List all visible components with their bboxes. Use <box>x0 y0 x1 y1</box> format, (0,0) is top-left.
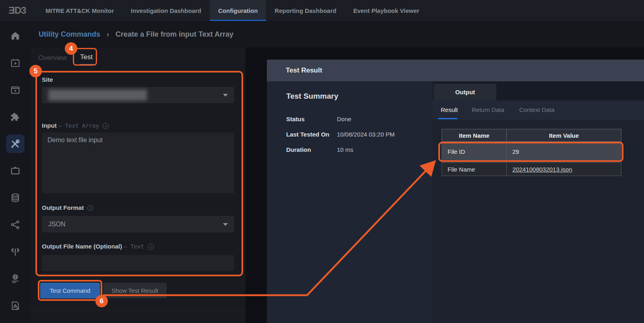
annotation-badge-6: 6 <box>95 295 108 307</box>
output-format-value: JSON <box>48 221 66 228</box>
col-item-value: Item Value <box>506 129 621 142</box>
input-type-hint: – Text Array <box>58 122 99 129</box>
nav-item-reporting-dashboard[interactable]: Reporting Dashboard <box>266 0 345 21</box>
subtab-result-underline <box>438 118 457 119</box>
connections-icon[interactable] <box>6 215 25 234</box>
tab-test[interactable]: Test <box>80 53 93 61</box>
incident-report-icon[interactable] <box>6 296 25 315</box>
d3-logo[interactable]: ƎD3 <box>0 0 37 21</box>
subtab-result[interactable]: Result <box>441 106 458 113</box>
test-result-panel: Test Result Test Summary Status Done Las… <box>267 60 644 323</box>
subtab-context-data[interactable]: Context Data <box>519 106 555 113</box>
summary-row-last-tested: Last Tested On 10/08/2024 03:20 PM <box>286 131 427 138</box>
breadcrumb-separator: › <box>107 30 109 39</box>
home-icon[interactable] <box>6 27 25 45</box>
site-label: Site <box>42 76 53 83</box>
output-format-label: Output Format i <box>42 204 93 211</box>
table-header-row: Item Name Item Value <box>442 129 622 142</box>
utility-tools-icon[interactable] <box>6 135 25 153</box>
command-test-panel: Overview Test Site Input – Text Array i … <box>30 48 246 323</box>
last-tested-value: 10/08/2024 03:20 PM <box>337 131 394 138</box>
nav-item-event-playbook-viewer[interactable]: Event Playbook Viewer <box>345 0 428 21</box>
table-row-file-id: File ID 29 <box>442 142 622 161</box>
annotation-badge-5: 5 <box>29 65 42 77</box>
test-command-button[interactable]: Test Command <box>40 283 100 298</box>
input-label: Input – Text Array i <box>42 122 109 129</box>
duration-value: 10 ms <box>337 146 353 153</box>
integrations-icon[interactable] <box>6 108 25 126</box>
event-monitor-icon[interactable] <box>6 54 25 72</box>
breadcrumb: Utility Commands › Create a File from in… <box>0 21 644 48</box>
tab-overview[interactable]: Overview <box>38 54 67 62</box>
page-title: Create a File from input Text Array <box>116 30 233 39</box>
tab-test-underline <box>80 64 94 66</box>
output-tabstrip: Output <box>433 81 644 100</box>
broadcast-icon[interactable] <box>6 242 25 261</box>
output-file-name-label: Output File Name (Optional) – Text i <box>42 243 154 250</box>
info-icon[interactable]: i <box>148 244 154 250</box>
panel-divider <box>30 310 246 311</box>
subtab-return-data[interactable]: Return Data <box>472 106 504 113</box>
test-summary-section: Test Summary Status Done Last Tested On … <box>267 81 433 323</box>
tab-output[interactable]: Output <box>434 84 496 100</box>
output-file-name-input[interactable] <box>42 255 234 271</box>
table-row-file-name: File Name 20241008032013.json <box>442 162 622 176</box>
output-subtabs: Result Return Data Context Data <box>433 100 644 120</box>
web-globe-icon[interactable] <box>6 269 25 288</box>
info-icon[interactable]: i <box>103 123 109 129</box>
nav-item-investigation-dashboard[interactable]: Investigation Dashboard <box>122 0 210 21</box>
test-result-header: Test Result <box>267 60 644 81</box>
board-icon[interactable] <box>6 162 25 180</box>
nav-item-mitre-attack-monitor[interactable]: MITRE ATT&CK Monitor <box>37 0 122 21</box>
breadcrumb-utility-commands[interactable]: Utility Commands <box>39 30 100 39</box>
file-id-value: 29 <box>506 142 621 161</box>
chevron-down-icon <box>223 223 228 226</box>
summary-row-status: Status Done <box>286 116 427 122</box>
site-select[interactable] <box>42 87 234 103</box>
test-summary-heading: Test Summary <box>286 92 339 101</box>
sidebar-rail <box>0 21 30 323</box>
database-icon[interactable] <box>6 188 25 207</box>
show-test-result-button[interactable]: Show Test Result <box>103 283 167 298</box>
site-select-redacted-value <box>48 89 147 101</box>
output-format-select[interactable]: JSON <box>42 216 234 232</box>
chevron-down-icon <box>223 94 228 97</box>
info-icon[interactable]: i <box>87 205 93 211</box>
status-value: Done <box>337 116 351 122</box>
col-item-name: Item Name <box>442 129 507 142</box>
file-name-link[interactable]: 20241008032013.json <box>512 166 572 173</box>
summary-row-duration: Duration 10 ms <box>286 146 427 153</box>
annotation-badge-4: 4 <box>65 42 77 55</box>
output-file-name-type-hint: – Text <box>124 243 144 250</box>
playbook-icon[interactable] <box>6 81 25 99</box>
nav-item-configuration[interactable]: Configuration <box>210 0 266 21</box>
input-textarea[interactable]: Demo text file input <box>42 133 234 193</box>
top-navbar: ƎD3 MITRE ATT&CK Monitor Investigation D… <box>0 0 644 21</box>
output-section: Output Result Return Data Context Data I… <box>433 81 644 323</box>
